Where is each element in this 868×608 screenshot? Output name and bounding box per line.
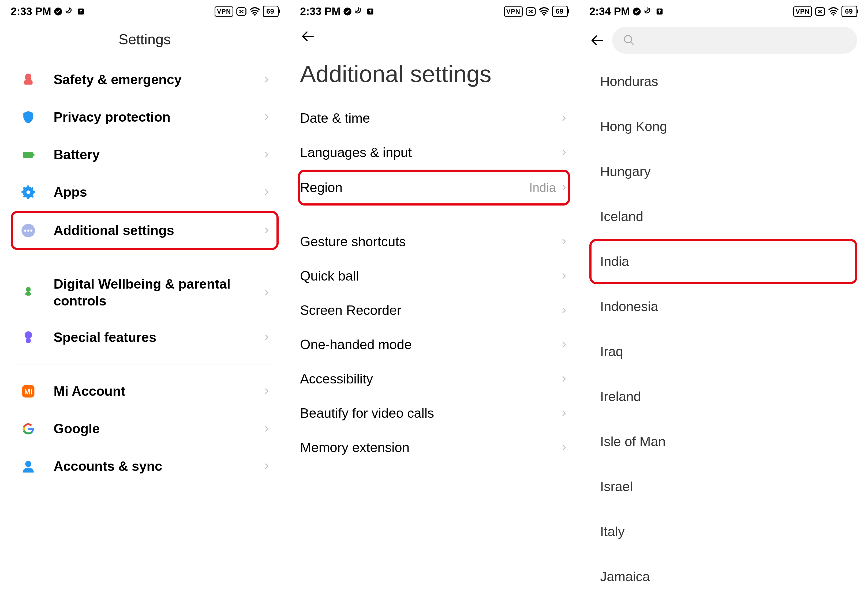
wellbeing-icon	[19, 283, 37, 302]
settings-item-google[interactable]: Google	[11, 410, 279, 447]
additional-item[interactable]: One-handed mode	[300, 327, 568, 362]
svg-point-18	[25, 461, 31, 467]
settings-item-mi[interactable]: MIMi Account	[11, 372, 279, 410]
page-title: Settings	[0, 20, 289, 61]
region-name: Iraq	[600, 344, 623, 359]
search-icon	[623, 34, 635, 47]
region-name: Iceland	[600, 209, 643, 224]
item-label: Battery	[54, 146, 262, 163]
item-label: Safety & emergency	[54, 71, 262, 88]
item-label: Digital Wellbeing & parental controls	[54, 276, 262, 309]
additional-item[interactable]: Accessibility	[300, 362, 568, 396]
shield-icon	[19, 108, 37, 126]
item-label: Gesture shortcuts	[300, 234, 560, 250]
person-icon	[19, 457, 37, 476]
region-name: Jamaica	[600, 569, 650, 584]
settings-item-special[interactable]: Special features	[11, 319, 279, 356]
region-name: Isle of Man	[600, 434, 666, 449]
check-icon	[54, 7, 62, 16]
region-item[interactable]: Iraq	[589, 329, 857, 374]
region-item[interactable]: Italy	[589, 509, 857, 554]
no-sim-icon	[525, 7, 536, 16]
chevron-right-icon	[560, 375, 568, 383]
additional-item[interactable]: Screen Recorder	[300, 293, 568, 327]
settings-list-1: Safety & emergencyPrivacy protectionBatt…	[0, 61, 289, 250]
settings-item-dots[interactable]: Additional settings	[11, 211, 279, 250]
svg-text:MI: MI	[24, 388, 33, 396]
chevron-right-icon	[262, 150, 271, 159]
status-time: 2:33 PM	[11, 5, 51, 17]
chevron-right-icon	[560, 444, 568, 451]
additional-item[interactable]: Beautify for video calls	[300, 396, 568, 430]
region-name: Israel	[600, 479, 633, 494]
divider	[16, 364, 273, 364]
settings-item-person[interactable]: Accounts & sync	[11, 447, 279, 485]
nfc-icon	[65, 7, 74, 16]
additional-item[interactable]: Memory extension	[300, 430, 568, 465]
settings-item-safety[interactable]: Safety & emergency	[11, 61, 279, 98]
item-label: Apps	[54, 184, 262, 201]
region-item[interactable]: Jamaica	[589, 554, 857, 599]
settings-item-shield[interactable]: Privacy protection	[11, 98, 279, 136]
back-button[interactable]	[589, 32, 606, 48]
region-item[interactable]: Iceland	[589, 194, 857, 239]
settings-list-3: MIMi AccountGoogleAccounts & sync	[0, 372, 289, 485]
svg-point-3	[254, 14, 256, 16]
region-list: HondurasHong KongHungaryIcelandIndiaIndo…	[579, 59, 868, 599]
check-icon	[632, 7, 641, 16]
region-item[interactable]: Honduras	[589, 59, 857, 104]
chevron-right-icon	[262, 76, 271, 84]
search-input[interactable]	[612, 27, 857, 54]
wifi-icon	[250, 7, 260, 16]
settings-item-wellbeing[interactable]: Digital Wellbeing & parental controls	[11, 266, 279, 319]
svg-rect-6	[33, 153, 34, 156]
region-item[interactable]: Ireland	[589, 374, 857, 419]
region-item[interactable]: Hong Kong	[589, 104, 857, 149]
region-name: Honduras	[600, 74, 658, 89]
screen-region-list: 2:34 PM VPN 69 HondurasHong KongHungaryI…	[579, 0, 868, 608]
settings-item-battery[interactable]: Battery	[11, 136, 279, 174]
item-label: Languages & input	[300, 145, 560, 160]
additional-item[interactable]: Languages & input	[300, 135, 568, 170]
region-item[interactable]: Isle of Man	[589, 419, 857, 464]
settings-item-gear[interactable]: Apps	[11, 174, 279, 211]
battery-indicator: 69	[552, 6, 568, 17]
item-label: Region	[300, 180, 529, 195]
dots-icon	[19, 221, 37, 240]
region-item[interactable]: Hungary	[589, 149, 857, 194]
chevron-right-icon	[262, 462, 271, 470]
chevron-right-icon	[560, 341, 568, 349]
svg-point-10	[24, 230, 26, 231]
region-item[interactable]: India	[589, 239, 857, 284]
chevron-right-icon	[262, 226, 271, 234]
region-item[interactable]: Indonesia	[589, 284, 857, 329]
region-item[interactable]: Israel	[589, 464, 857, 509]
mi-icon: MI	[19, 382, 37, 400]
svg-point-26	[832, 14, 834, 16]
chevron-right-icon	[560, 306, 568, 314]
item-label: Screen Recorder	[300, 302, 560, 318]
svg-rect-4	[24, 80, 33, 84]
back-button[interactable]	[300, 28, 316, 44]
wifi-icon	[828, 7, 839, 16]
special-icon	[19, 328, 37, 347]
settings-list-2: Digital Wellbeing & parental controlsSpe…	[0, 266, 289, 356]
additional-item[interactable]: Date & time	[300, 101, 568, 135]
item-label: One-handed mode	[300, 337, 560, 352]
chevron-right-icon	[262, 333, 271, 341]
additional-item[interactable]: Gesture shortcuts	[300, 225, 568, 259]
status-bar: 2:33 PM VPN 69	[289, 0, 579, 20]
nfc-icon	[644, 7, 653, 16]
gear-icon	[19, 183, 37, 202]
chevron-right-icon	[560, 238, 568, 246]
header	[289, 20, 579, 44]
item-label: Accessibility	[300, 371, 560, 387]
status-time: 2:33 PM	[300, 5, 341, 17]
additional-item[interactable]: Quick ball	[300, 259, 568, 293]
additional-item[interactable]: RegionIndia	[298, 170, 570, 206]
status-bar: 2:33 PM VPN 69	[0, 0, 289, 20]
svg-point-8	[26, 190, 30, 194]
item-label: Additional settings	[54, 222, 262, 239]
region-name: Hungary	[600, 164, 651, 179]
item-value: India	[529, 180, 556, 195]
